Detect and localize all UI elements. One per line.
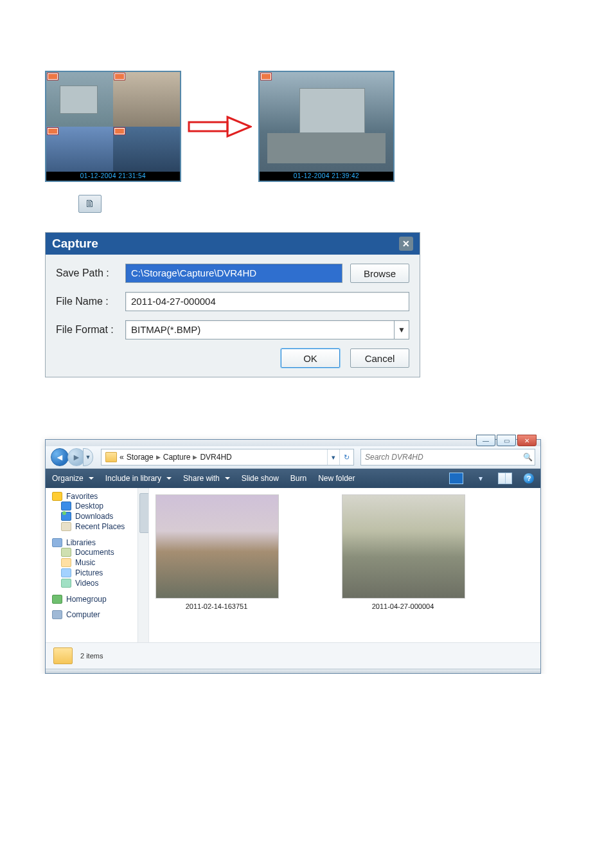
recent-icon xyxy=(61,522,71,531)
preview-comparison: 01-12-2004 21:31:54 01-12-2004 21:39:42 xyxy=(45,71,613,182)
desktop-icon xyxy=(61,502,71,511)
toolbar-include-in-library[interactable]: Include in library xyxy=(105,474,172,483)
scrollbar-thumb[interactable] xyxy=(139,493,149,533)
nav-pictures[interactable]: Pictures xyxy=(52,568,148,578)
toolbar-slide-show[interactable]: Slide show xyxy=(242,474,279,483)
explorer-file-pane[interactable]: 2011-02-14-163751 2011-04-27-000004 xyxy=(149,488,540,642)
dropdown-arrow-icon[interactable]: ▼ xyxy=(394,321,409,339)
breadcrumb-capture[interactable]: Capture xyxy=(163,453,191,462)
homegroup-icon xyxy=(52,595,62,604)
window-minimize-button[interactable]: — xyxy=(476,435,495,446)
search-input[interactable] xyxy=(361,449,520,465)
toolbar-preview-pane-button[interactable] xyxy=(498,473,512,484)
nav-history-dropdown[interactable]: ▼ xyxy=(83,448,93,466)
nav-videos[interactable]: Videos xyxy=(52,578,148,588)
quad-view: 01-12-2004 21:31:54 xyxy=(45,71,181,182)
file-name: 2011-02-14-163751 xyxy=(155,602,278,610)
folder-icon xyxy=(53,647,73,664)
dialog-close-button[interactable]: ✕ xyxy=(399,237,413,251)
toolbar-new-folder[interactable]: New folder xyxy=(318,474,355,483)
downloads-icon xyxy=(61,512,71,521)
file-item[interactable]: 2011-04-27-000004 xyxy=(342,494,464,610)
file-format-value: BITMAP(*.BMP) xyxy=(131,321,394,339)
cancel-button[interactable]: Cancel xyxy=(350,348,409,368)
file-name: 2011-04-27-000004 xyxy=(342,602,464,610)
file-name-label: File Name : xyxy=(56,296,125,307)
computer-icon xyxy=(52,610,62,619)
toolbar-view-thumbnails-button[interactable] xyxy=(449,473,463,484)
svg-rect-0 xyxy=(189,122,227,131)
toolbar-help-button[interactable]: ? xyxy=(524,473,534,484)
libraries-icon xyxy=(52,538,62,547)
file-name-input[interactable]: 2011-04-27-000004 xyxy=(125,292,409,311)
quad-timestamp: 01-12-2004 21:31:54 xyxy=(46,172,180,181)
folder-icon xyxy=(105,452,117,462)
address-refresh-button[interactable]: ↻ xyxy=(339,449,353,465)
svg-marker-1 xyxy=(227,117,251,136)
breadcrumb-storage[interactable]: Storage xyxy=(127,453,154,462)
breadcrumb-sep-icon: ▶ xyxy=(193,454,197,460)
save-path-input[interactable]: C:\Storage\Capture\DVR4HD xyxy=(125,264,342,283)
toolbar-burn[interactable]: Burn xyxy=(290,474,306,483)
nav-documents[interactable]: Documents xyxy=(52,547,148,557)
arrow-right-icon xyxy=(188,114,252,139)
file-thumbnail xyxy=(342,494,465,599)
save-path-label: Save Path : xyxy=(56,267,125,279)
file-thumbnail xyxy=(155,494,279,599)
toolbar-organize[interactable]: Organize xyxy=(52,474,94,483)
breadcrumb-sep-icon: ▶ xyxy=(156,454,161,460)
pictures-icon xyxy=(61,568,71,577)
quad-cell-b xyxy=(113,72,180,127)
breadcrumb-lead: « xyxy=(120,453,124,462)
quad-cell-c xyxy=(46,127,113,172)
capture-dialog: Capture ✕ Save Path : C:\Storage\Capture… xyxy=(45,232,420,377)
quad-cell-a xyxy=(46,72,113,127)
nav-back-button[interactable]: ◄ xyxy=(51,448,69,466)
explorer-nav-pane: Favorites Desktop Downloads Recent Place… xyxy=(46,488,149,642)
nav-homegroup[interactable]: Homegroup xyxy=(52,595,148,604)
file-item[interactable]: 2011-02-14-163751 xyxy=(155,494,278,610)
explorer-address-bar-row: ◄ ► ▼ « Storage ▶ Capture ▶ DVR4HD ▾ ↻ xyxy=(46,446,540,469)
dialog-titlebar: Capture ✕ xyxy=(46,233,420,255)
capture-toolbar-button[interactable]: 🗎 xyxy=(78,195,102,213)
nav-libraries[interactable]: Libraries xyxy=(52,538,148,547)
explorer-toolbar: Organize Include in library Share with S… xyxy=(46,469,540,488)
nav-recent[interactable]: Recent Places xyxy=(52,521,148,532)
file-format-label: File Format : xyxy=(56,324,125,336)
nav-downloads[interactable]: Downloads xyxy=(52,511,148,521)
nav-computer[interactable]: Computer xyxy=(52,610,148,619)
search-icon[interactable]: 🔍 xyxy=(520,453,535,462)
toolbar-view-dropdown-icon[interactable]: ▾ xyxy=(475,473,486,484)
status-item-count: 2 items xyxy=(80,652,103,660)
single-view: 01-12-2004 21:39:42 xyxy=(258,71,395,182)
quad-cell-d xyxy=(113,127,180,172)
videos-icon xyxy=(61,579,71,588)
window-close-button[interactable]: ✕ xyxy=(517,435,537,446)
explorer-status-bar: 2 items xyxy=(46,642,540,669)
dialog-title: Capture xyxy=(52,237,98,251)
single-timestamp: 01-12-2004 21:39:42 xyxy=(260,172,393,181)
explorer-window: — ▭ ✕ ◄ ► ▼ « Storage ▶ Capture ▶ DVR4HD xyxy=(45,439,541,674)
star-icon xyxy=(52,492,62,501)
nav-desktop[interactable]: Desktop xyxy=(52,501,148,511)
nav-music[interactable]: Music xyxy=(52,557,148,568)
toolbar-share-with[interactable]: Share with xyxy=(183,474,230,483)
browse-button[interactable]: Browse xyxy=(350,264,409,283)
file-format-select[interactable]: BITMAP(*.BMP) ▼ xyxy=(125,320,409,339)
nav-scrollbar[interactable] xyxy=(138,488,148,642)
explorer-search-box[interactable]: 🔍 xyxy=(360,449,535,466)
window-chrome-top: — ▭ ✕ xyxy=(46,440,540,446)
music-icon xyxy=(61,558,71,567)
address-dropdown-button[interactable]: ▾ xyxy=(327,449,339,465)
ok-button[interactable]: OK xyxy=(281,348,340,368)
window-maximize-button[interactable]: ▭ xyxy=(497,435,516,446)
breadcrumb-dvr4hd[interactable]: DVR4HD xyxy=(200,453,231,462)
nav-favorites[interactable]: Favorites xyxy=(52,492,148,501)
address-bar[interactable]: « Storage ▶ Capture ▶ DVR4HD ▾ ↻ xyxy=(101,449,354,466)
window-chrome-bottom xyxy=(46,669,540,673)
documents-icon xyxy=(61,548,71,557)
